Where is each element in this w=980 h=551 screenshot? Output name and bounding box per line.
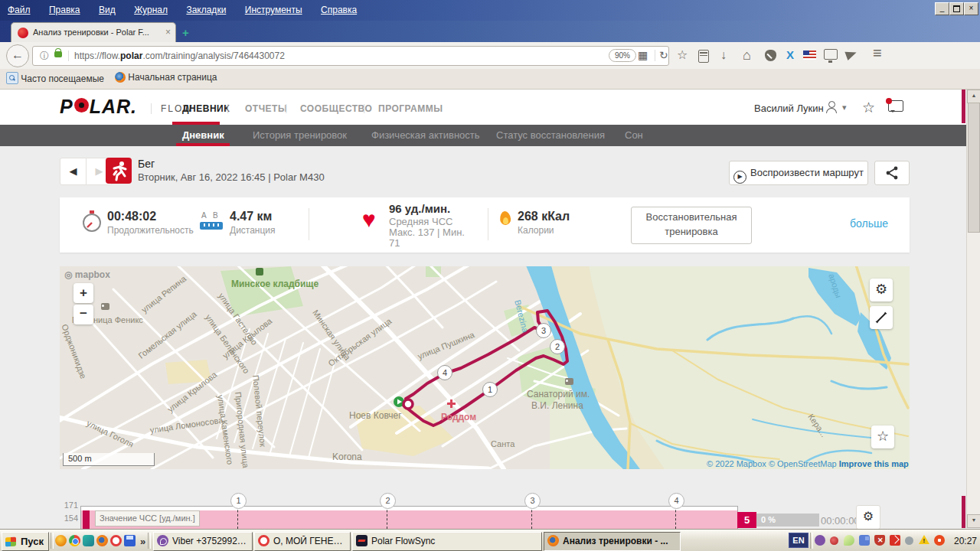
map-label: В.И. Ленина bbox=[531, 400, 583, 411]
more-link[interactable]: больше bbox=[850, 217, 888, 230]
downloads-icon[interactable]: ↓ bbox=[720, 48, 727, 62]
tray-red-icon[interactable] bbox=[830, 536, 838, 545]
vertical-scrollbar[interactable]: ▲ ▼ bbox=[966, 90, 980, 528]
us-flag-icon[interactable] bbox=[803, 51, 816, 60]
nav-sep2: | bbox=[285, 102, 287, 113]
notifications-icon[interactable] bbox=[888, 100, 903, 112]
window-titlebar: Файл Правка Вид Журнал Закладки Инструме… bbox=[0, 0, 980, 21]
bookmark-frequent[interactable]: Часто посещаемые bbox=[6, 72, 104, 84]
nav-reports[interactable]: ОТЧЕТЫ bbox=[245, 103, 287, 114]
hr-chart[interactable]: Значение ЧСС [уд./мин.] bbox=[80, 506, 738, 530]
map-favorite-button[interactable]: ☆ bbox=[871, 425, 894, 448]
user-name[interactable]: Василий Лукин bbox=[754, 103, 824, 114]
reading-list-icon[interactable] bbox=[698, 50, 709, 63]
menu-view[interactable]: Вид bbox=[91, 0, 123, 15]
map-zoom-out-button[interactable]: − bbox=[74, 305, 93, 324]
menu-tools[interactable]: Инструменты bbox=[237, 0, 310, 15]
lock-icon[interactable] bbox=[54, 51, 62, 57]
site-header: PLAR. FLOW ДНЕВНИК | ОТЧЕТЫ | СООБЩЕСТВО… bbox=[0, 90, 966, 125]
tray-flash-icon[interactable] bbox=[890, 535, 900, 546]
nav-diary[interactable]: ДНЕВНИК bbox=[182, 103, 230, 114]
tray-webcam-icon[interactable] bbox=[905, 536, 913, 545]
quicklaunch-firefox-icon[interactable] bbox=[96, 535, 108, 546]
subnav-history[interactable]: История тренировок bbox=[253, 129, 347, 141]
new-tab-button[interactable]: + bbox=[182, 26, 189, 39]
screenshot-monitor-icon[interactable] bbox=[824, 49, 838, 60]
info-icon[interactable]: ⓘ bbox=[40, 50, 49, 63]
quicklaunch-opera-icon[interactable] bbox=[110, 535, 122, 546]
home-icon[interactable]: ⌂ bbox=[743, 48, 751, 62]
nav-community[interactable]: СООБЩЕСТВО bbox=[300, 103, 372, 114]
favorites-star-icon[interactable]: ☆ bbox=[862, 99, 875, 116]
url-bar[interactable]: ⓘ https://flow.polar.com/training/analys… bbox=[32, 46, 669, 66]
task-viber[interactable]: Viber +375299201085 bbox=[153, 532, 253, 551]
scroll-down-icon[interactable]: ▼ bbox=[967, 514, 980, 528]
send-tab-icon[interactable] bbox=[844, 48, 858, 60]
quicklaunch-save-icon[interactable] bbox=[124, 535, 136, 546]
url-text[interactable]: https://flow.polar.com/training/analysis… bbox=[74, 51, 285, 61]
menu-bookmarks[interactable]: Закладки bbox=[178, 0, 234, 15]
x-extension-icon[interactable]: X bbox=[786, 48, 794, 62]
task-opera-general[interactable]: О, МОЙ ГЕНЕРАЛ 9 Сер... bbox=[254, 532, 351, 551]
map-zoom-in-button[interactable]: + bbox=[74, 283, 93, 303]
improve-map-link[interactable]: Improve this map bbox=[839, 459, 909, 468]
subnav-activity[interactable]: Физическая активность bbox=[371, 129, 480, 141]
subnav-recovery[interactable]: Статус восстановления bbox=[496, 129, 605, 141]
attribution-text[interactable]: © 2022 Mapbox © OpenStreetMap bbox=[707, 459, 839, 468]
tray-leaf-icon[interactable] bbox=[844, 535, 854, 546]
tab-training-analysis[interactable]: Анализ тренировки - Polar F... × bbox=[11, 22, 176, 43]
chart-marker-line bbox=[675, 506, 676, 529]
map-fullscreen-button[interactable] bbox=[870, 306, 893, 329]
subnav-sleep[interactable]: Сон bbox=[625, 129, 643, 141]
route-map[interactable]: 1 2 3 4 Минское кладбище улица Репина ул… bbox=[60, 266, 910, 469]
map-settings-button[interactable]: ⚙ bbox=[870, 279, 893, 302]
quicklaunch-chrome-icon[interactable] bbox=[69, 535, 80, 546]
pocket-icon[interactable] bbox=[765, 50, 776, 61]
tray-warning-icon[interactable]: ! bbox=[919, 535, 929, 544]
polar-logo[interactable]: PLAR. bbox=[60, 96, 137, 118]
map-label: Санта bbox=[491, 439, 514, 448]
tab-close-icon[interactable]: × bbox=[165, 27, 171, 37]
tray-viber-icon[interactable] bbox=[815, 535, 825, 546]
menu-help[interactable]: Справка bbox=[313, 0, 364, 15]
tray-puzzle-icon[interactable] bbox=[859, 535, 870, 546]
scrollbar-thumb[interactable] bbox=[968, 103, 980, 233]
qr-grid-icon[interactable]: ▦ bbox=[638, 49, 648, 61]
hamburger-menu-icon[interactable]: ≡ bbox=[873, 46, 882, 60]
nav-programs[interactable]: ПРОГРАММЫ bbox=[378, 103, 443, 114]
task-polar-flowsync[interactable]: Polar FlowSync bbox=[352, 532, 542, 551]
bookmark-home[interactable]: Начальная страница bbox=[115, 72, 217, 83]
zoom-level-badge[interactable]: 90% bbox=[609, 49, 636, 62]
quicklaunch-aimp-icon[interactable] bbox=[55, 535, 67, 546]
minimize-button[interactable]: _ bbox=[935, 2, 949, 15]
task-firefox-analysis[interactable]: Анализ тренировки - ... bbox=[544, 532, 681, 551]
browser-toolbar: ← ⓘ https://flow.polar.com/training/anal… bbox=[0, 42, 980, 70]
restore-button[interactable] bbox=[949, 2, 964, 15]
chart-marker-line bbox=[237, 506, 238, 529]
bookmark-star-icon[interactable]: ☆ bbox=[677, 48, 688, 62]
share-button[interactable] bbox=[874, 161, 910, 185]
prev-session-button[interactable]: ◀ bbox=[60, 158, 87, 185]
menu-history[interactable]: Журнал bbox=[126, 0, 175, 15]
chart-settings-button[interactable]: ⚙ bbox=[856, 505, 880, 530]
quicklaunch-2gis-icon[interactable] bbox=[83, 535, 94, 546]
tray-shield-icon[interactable]: ✕ bbox=[874, 535, 885, 546]
training-datetime: Вторник, Авг 16, 2022 16:45 | Polar M430 bbox=[138, 171, 325, 183]
menu-file[interactable]: Файл bbox=[0, 0, 38, 15]
mapbox-logo[interactable]: ◎ mapbox bbox=[64, 269, 110, 280]
close-button[interactable]: × bbox=[964, 2, 978, 15]
reload-icon[interactable]: ↻ bbox=[659, 49, 668, 61]
user-avatar-icon[interactable] bbox=[825, 101, 838, 113]
menu-edit[interactable]: Правка bbox=[41, 0, 88, 15]
hospital-cross-icon bbox=[447, 399, 456, 408]
language-indicator[interactable]: EN bbox=[789, 533, 808, 548]
scroll-up-icon[interactable]: ▲ bbox=[967, 90, 980, 103]
back-button[interactable]: ← bbox=[6, 44, 29, 67]
tray-target-icon[interactable] bbox=[934, 535, 945, 546]
subnav-diary[interactable]: Дневник bbox=[182, 129, 224, 141]
user-caret-icon[interactable]: ▾ bbox=[842, 103, 847, 112]
play-route-button[interactable]: ▶Воспроизвести маршрут bbox=[729, 161, 868, 185]
running-sport-icon bbox=[106, 158, 132, 184]
quicklaunch-overflow[interactable]: » bbox=[140, 536, 145, 547]
start-button[interactable]: Пуск bbox=[2, 532, 49, 551]
